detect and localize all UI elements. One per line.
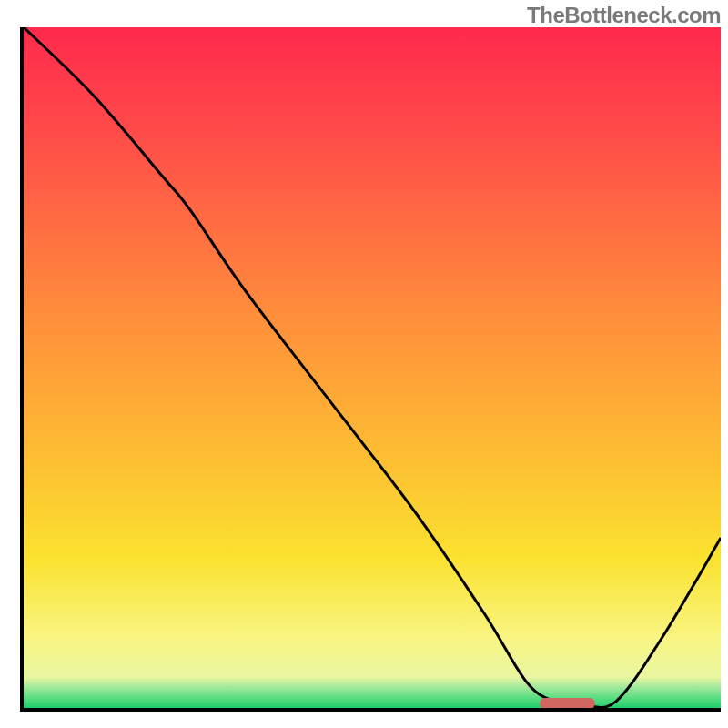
plot-area (20, 27, 721, 712)
curve-svg (24, 27, 721, 708)
curve-layer (24, 27, 721, 708)
bottleneck-marker-pill (540, 698, 595, 709)
branding-label: TheBottleneck.com (527, 3, 721, 28)
chart-stage: TheBottleneck.com (0, 0, 728, 728)
bottleneck-curve-path (24, 27, 721, 707)
